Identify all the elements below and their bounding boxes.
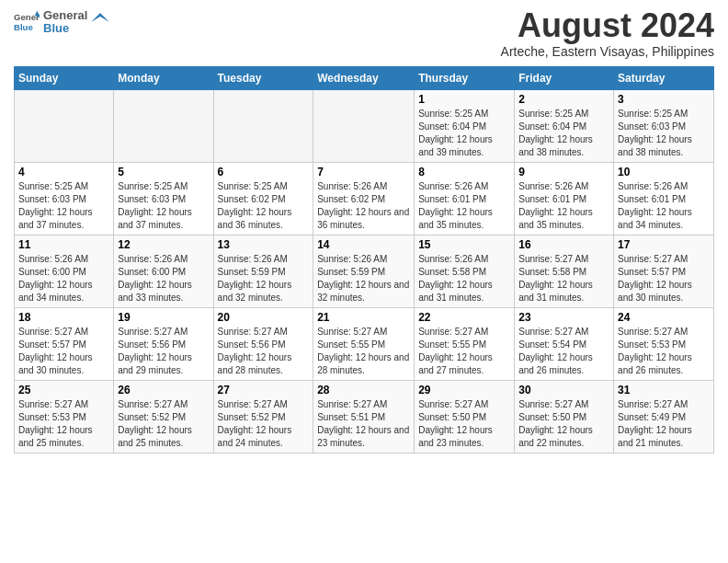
day-cell (114, 90, 213, 163)
day-info: Sunrise: 5:26 AMSunset: 5:59 PMDaylight:… (317, 253, 410, 304)
day-number: 1 (418, 93, 510, 106)
day-info: Sunrise: 5:27 AMSunset: 5:56 PMDaylight:… (118, 326, 209, 377)
day-info: Sunrise: 5:25 AMSunset: 6:03 PMDaylight:… (18, 180, 109, 232)
day-cell: 23Sunrise: 5:27 AMSunset: 5:54 PMDayligh… (515, 308, 614, 381)
header: General Blue General Blue August 2024 Ar… (14, 9, 714, 59)
logo-arrow-icon (91, 13, 109, 31)
day-number: 28 (317, 384, 410, 396)
weekday-header-thursday: Thursday (415, 67, 515, 90)
day-cell: 29Sunrise: 5:27 AMSunset: 5:50 PMDayligh… (415, 381, 515, 454)
day-info: Sunrise: 5:27 AMSunset: 5:49 PMDaylight:… (618, 398, 710, 450)
week-row-2: 4Sunrise: 5:25 AMSunset: 6:03 PMDaylight… (15, 163, 714, 236)
day-info: Sunrise: 5:27 AMSunset: 5:57 PMDaylight:… (618, 253, 710, 304)
day-number: 19 (118, 311, 209, 324)
logo-general: General (43, 9, 87, 22)
day-number: 29 (418, 384, 510, 396)
day-info: Sunrise: 5:26 AMSunset: 5:59 PMDaylight:… (218, 253, 310, 304)
svg-text:Blue: Blue (14, 22, 33, 32)
day-number: 10 (618, 166, 710, 178)
day-cell: 13Sunrise: 5:26 AMSunset: 5:59 PMDayligh… (213, 236, 313, 308)
day-cell: 18Sunrise: 5:27 AMSunset: 5:57 PMDayligh… (15, 308, 114, 381)
week-row-1: 1Sunrise: 5:25 AMSunset: 6:04 PMDaylight… (15, 90, 714, 163)
day-cell: 11Sunrise: 5:26 AMSunset: 6:00 PMDayligh… (15, 236, 114, 308)
day-info: Sunrise: 5:27 AMSunset: 5:54 PMDaylight:… (518, 326, 609, 377)
day-info: Sunrise: 5:25 AMSunset: 6:02 PMDaylight:… (218, 180, 310, 232)
day-info: Sunrise: 5:26 AMSunset: 5:58 PMDaylight:… (418, 253, 510, 304)
day-number: 14 (317, 238, 410, 251)
day-info: Sunrise: 5:25 AMSunset: 6:03 PMDaylight:… (118, 180, 209, 232)
day-number: 18 (18, 311, 109, 324)
day-cell: 25Sunrise: 5:27 AMSunset: 5:53 PMDayligh… (15, 381, 114, 454)
day-info: Sunrise: 5:25 AMSunset: 6:04 PMDaylight:… (518, 108, 609, 159)
day-cell: 30Sunrise: 5:27 AMSunset: 5:50 PMDayligh… (515, 381, 614, 454)
day-cell: 9Sunrise: 5:26 AMSunset: 6:01 PMDaylight… (515, 163, 614, 236)
day-cell: 28Sunrise: 5:27 AMSunset: 5:51 PMDayligh… (313, 381, 415, 454)
weekday-header-saturday: Saturday (614, 67, 714, 90)
day-number: 30 (518, 384, 609, 396)
day-cell: 4Sunrise: 5:25 AMSunset: 6:03 PMDaylight… (15, 163, 114, 236)
day-cell: 24Sunrise: 5:27 AMSunset: 5:53 PMDayligh… (614, 308, 714, 381)
week-row-3: 11Sunrise: 5:26 AMSunset: 6:00 PMDayligh… (15, 236, 714, 308)
day-info: Sunrise: 5:26 AMSunset: 6:00 PMDaylight:… (118, 253, 209, 304)
week-row-5: 25Sunrise: 5:27 AMSunset: 5:53 PMDayligh… (15, 381, 714, 454)
day-cell: 21Sunrise: 5:27 AMSunset: 5:55 PMDayligh… (313, 308, 415, 381)
day-cell (15, 90, 114, 163)
day-cell: 26Sunrise: 5:27 AMSunset: 5:52 PMDayligh… (114, 381, 213, 454)
day-info: Sunrise: 5:26 AMSunset: 6:00 PMDaylight:… (18, 253, 109, 304)
day-number: 16 (518, 238, 609, 251)
calendar-table: SundayMondayTuesdayWednesdayThursdayFrid… (14, 66, 714, 454)
day-info: Sunrise: 5:27 AMSunset: 5:50 PMDaylight:… (418, 398, 510, 450)
day-number: 11 (18, 238, 109, 251)
day-number: 26 (118, 384, 209, 396)
day-cell: 19Sunrise: 5:27 AMSunset: 5:56 PMDayligh… (114, 308, 213, 381)
weekday-header-sunday: Sunday (15, 67, 114, 90)
day-cell: 1Sunrise: 5:25 AMSunset: 6:04 PMDaylight… (415, 90, 515, 163)
day-info: Sunrise: 5:26 AMSunset: 6:01 PMDaylight:… (418, 180, 510, 232)
day-cell: 8Sunrise: 5:26 AMSunset: 6:01 PMDaylight… (415, 163, 515, 236)
day-cell: 2Sunrise: 5:25 AMSunset: 6:04 PMDaylight… (515, 90, 614, 163)
day-info: Sunrise: 5:26 AMSunset: 6:01 PMDaylight:… (518, 180, 609, 232)
day-number: 22 (418, 311, 510, 324)
title-area: August 2024 Arteche, Eastern Visayas, Ph… (501, 9, 714, 59)
weekday-header-wednesday: Wednesday (313, 67, 415, 90)
day-cell: 10Sunrise: 5:26 AMSunset: 6:01 PMDayligh… (614, 163, 714, 236)
day-info: Sunrise: 5:26 AMSunset: 6:01 PMDaylight:… (618, 180, 710, 232)
day-number: 25 (18, 384, 109, 396)
day-cell: 5Sunrise: 5:25 AMSunset: 6:03 PMDaylight… (114, 163, 213, 236)
day-number: 3 (618, 93, 710, 106)
day-number: 23 (518, 311, 609, 324)
day-cell: 6Sunrise: 5:25 AMSunset: 6:02 PMDaylight… (213, 163, 313, 236)
calendar-subtitle: Arteche, Eastern Visayas, Philippines (501, 44, 714, 59)
calendar-title: August 2024 (501, 9, 714, 42)
day-info: Sunrise: 5:27 AMSunset: 5:52 PMDaylight:… (218, 398, 310, 450)
day-cell: 12Sunrise: 5:26 AMSunset: 6:00 PMDayligh… (114, 236, 213, 308)
day-info: Sunrise: 5:27 AMSunset: 5:55 PMDaylight:… (317, 326, 410, 377)
day-number: 13 (218, 238, 310, 251)
weekday-header-friday: Friday (515, 67, 614, 90)
day-cell: 27Sunrise: 5:27 AMSunset: 5:52 PMDayligh… (213, 381, 313, 454)
day-number: 4 (18, 166, 109, 178)
day-info: Sunrise: 5:27 AMSunset: 5:57 PMDaylight:… (18, 326, 109, 377)
day-info: Sunrise: 5:27 AMSunset: 5:55 PMDaylight:… (418, 326, 510, 377)
day-info: Sunrise: 5:25 AMSunset: 6:04 PMDaylight:… (418, 108, 510, 159)
day-cell: 20Sunrise: 5:27 AMSunset: 5:56 PMDayligh… (213, 308, 313, 381)
day-number: 2 (518, 93, 609, 106)
day-cell (313, 90, 415, 163)
svg-marker-4 (91, 13, 109, 22)
day-number: 6 (218, 166, 310, 178)
day-cell: 22Sunrise: 5:27 AMSunset: 5:55 PMDayligh… (415, 308, 515, 381)
logo-blue: Blue (43, 22, 87, 35)
day-info: Sunrise: 5:25 AMSunset: 6:03 PMDaylight:… (618, 108, 710, 159)
day-number: 7 (317, 166, 410, 178)
day-info: Sunrise: 5:27 AMSunset: 5:52 PMDaylight:… (118, 398, 209, 450)
day-number: 31 (618, 384, 710, 396)
day-info: Sunrise: 5:27 AMSunset: 5:53 PMDaylight:… (618, 326, 710, 377)
week-row-4: 18Sunrise: 5:27 AMSunset: 5:57 PMDayligh… (15, 308, 714, 381)
weekday-header-row: SundayMondayTuesdayWednesdayThursdayFrid… (15, 67, 714, 90)
day-number: 27 (218, 384, 310, 396)
day-number: 21 (317, 311, 410, 324)
day-number: 8 (418, 166, 510, 178)
day-info: Sunrise: 5:27 AMSunset: 5:51 PMDaylight:… (317, 398, 410, 450)
weekday-header-tuesday: Tuesday (213, 67, 313, 90)
day-number: 12 (118, 238, 209, 251)
